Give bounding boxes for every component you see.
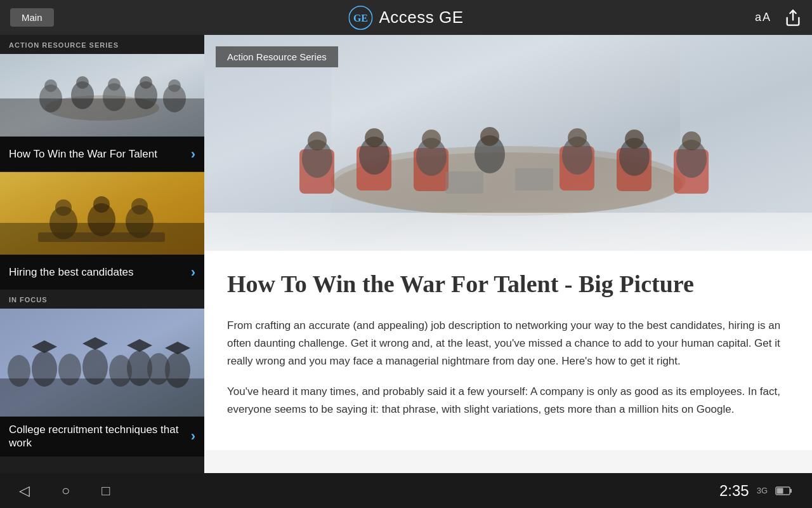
sidebar-item1-chevron[interactable]: ›: [191, 146, 195, 163]
network-badge: 3G: [757, 486, 768, 495]
sidebar-item1-title: How To Win the War For Talent: [9, 147, 186, 161]
share-icon[interactable]: [784, 9, 802, 27]
svg-point-21: [93, 196, 110, 213]
sidebar-item2-chevron[interactable]: ›: [191, 264, 195, 281]
main-button[interactable]: Main: [10, 8, 54, 27]
svg-point-19: [55, 199, 72, 216]
svg-point-11: [108, 78, 121, 91]
svg-point-13: [140, 76, 152, 89]
article-paragraph-2: You've heard it many times, and probably…: [227, 383, 789, 418]
bottom-bar: ◁ ○ □ 2:35 3G: [0, 473, 812, 508]
svg-point-7: [44, 79, 57, 92]
top-bar: Main GE Access GE aA: [0, 0, 812, 35]
content-hero-image: Action Resource Series: [204, 35, 812, 251]
sidebar-item2-title: Hiring the best candidates: [9, 265, 186, 279]
article-title: How To Win the War For Talent - Big Pict…: [227, 270, 789, 299]
svg-rect-16: [0, 98, 204, 137]
sidebar-item-war-for-talent[interactable]: How To Win the War For Talent ›: [0, 54, 204, 171]
home-button[interactable]: ○: [62, 483, 70, 499]
font-size-control[interactable]: aA: [755, 11, 771, 24]
svg-rect-69: [790, 489, 792, 493]
sidebar-img-graduation: [0, 309, 204, 417]
svg-point-9: [76, 76, 89, 89]
back-button[interactable]: ◁: [19, 483, 30, 499]
sidebar-img-meeting: [0, 54, 204, 137]
sidebar-section-in-focus: In Focus: [0, 290, 204, 309]
bottom-nav-icons: ◁ ○ □: [19, 483, 110, 499]
top-bar-center: GE Access GE: [348, 6, 463, 30]
content-area: Action Resource Series How To Win the Wa…: [204, 35, 812, 473]
svg-text:GE: GE: [353, 12, 368, 23]
app-title: Access GE: [379, 8, 463, 27]
top-bar-left: Main: [10, 8, 54, 27]
svg-rect-67: [204, 213, 812, 251]
sidebar-item3-chevron[interactable]: ›: [191, 428, 195, 444]
sidebar-item3-title: College recruitment techniques that work: [9, 423, 186, 450]
svg-rect-65: [445, 171, 483, 194]
svg-point-58: [480, 127, 499, 146]
svg-point-52: [308, 131, 327, 150]
svg-rect-25: [0, 223, 204, 255]
sidebar-item1-overlay: How To Win the War For Talent ›: [0, 137, 204, 171]
main-layout: Action Resource Series: [0, 35, 812, 473]
sidebar: Action Resource Series: [0, 35, 204, 473]
ge-logo-icon: GE: [348, 6, 372, 30]
svg-rect-39: [0, 378, 204, 417]
article-paragraph-1: From crafting an accurate (and appealing…: [227, 317, 789, 370]
sidebar-img-students: [0, 172, 204, 255]
sidebar-item-college[interactable]: College recruitment techniques that work…: [0, 309, 204, 457]
battery-icon: [775, 486, 793, 496]
top-bar-right: aA: [755, 9, 802, 27]
svg-point-23: [131, 198, 148, 215]
svg-point-54: [365, 128, 384, 147]
content-body: How To Win the War For Talent - Big Pict…: [204, 251, 812, 450]
sidebar-item-hiring[interactable]: Hiring the best candidates ›: [0, 172, 204, 290]
section-tag: Action Resource Series: [216, 46, 338, 67]
sidebar-item3-overlay: College recruitment techniques that work…: [0, 417, 204, 457]
svg-rect-66: [515, 168, 553, 190]
sidebar-section-action-resource: Action Resource Series: [0, 35, 204, 54]
time-display: 2:35: [719, 482, 749, 500]
svg-point-56: [422, 130, 441, 149]
recents-button[interactable]: □: [102, 483, 110, 499]
svg-point-62: [625, 130, 644, 149]
sidebar-item2-overlay: Hiring the best candidates ›: [0, 255, 204, 290]
svg-point-60: [568, 128, 587, 147]
svg-point-15: [168, 79, 181, 92]
svg-point-64: [682, 131, 701, 150]
bottom-right: 2:35 3G: [719, 482, 793, 500]
